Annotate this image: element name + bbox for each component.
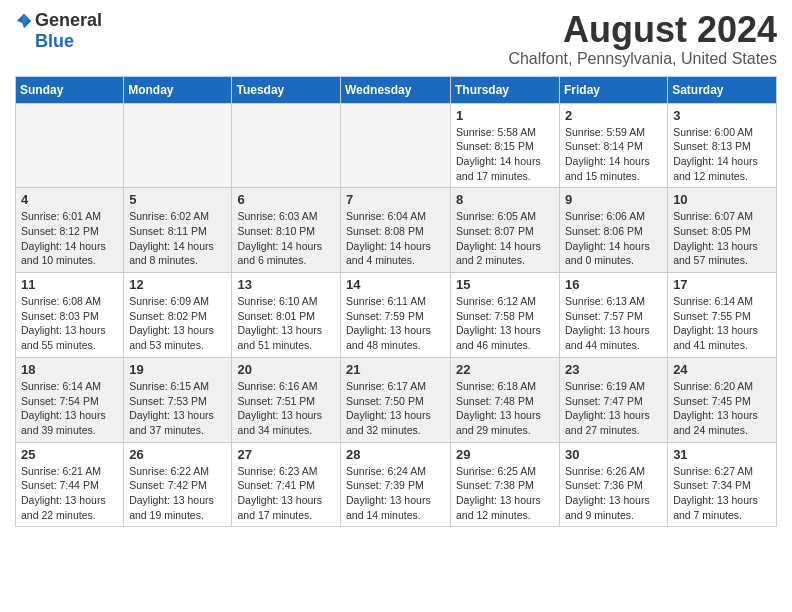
day-info: Sunrise: 5:58 AMSunset: 8:15 PMDaylight:… [456, 125, 554, 184]
day-cell: 28Sunrise: 6:24 AMSunset: 7:39 PMDayligh… [341, 442, 451, 527]
day-info: Sunrise: 6:21 AMSunset: 7:44 PMDaylight:… [21, 464, 118, 523]
day-number: 5 [129, 192, 226, 207]
day-info: Sunrise: 6:06 AMSunset: 8:06 PMDaylight:… [565, 209, 662, 268]
day-info: Sunrise: 6:03 AMSunset: 8:10 PMDaylight:… [237, 209, 335, 268]
day-number: 11 [21, 277, 118, 292]
day-cell: 20Sunrise: 6:16 AMSunset: 7:51 PMDayligh… [232, 357, 341, 442]
day-info: Sunrise: 6:14 AMSunset: 7:55 PMDaylight:… [673, 294, 771, 353]
day-info: Sunrise: 6:10 AMSunset: 8:01 PMDaylight:… [237, 294, 335, 353]
day-cell [16, 103, 124, 188]
logo: General Blue [15, 10, 102, 52]
day-number: 21 [346, 362, 445, 377]
day-number: 27 [237, 447, 335, 462]
day-number: 22 [456, 362, 554, 377]
day-cell: 8Sunrise: 6:05 AMSunset: 8:07 PMDaylight… [451, 188, 560, 273]
day-number: 3 [673, 108, 771, 123]
day-number: 7 [346, 192, 445, 207]
day-number: 31 [673, 447, 771, 462]
day-number: 13 [237, 277, 335, 292]
day-info: Sunrise: 6:09 AMSunset: 8:02 PMDaylight:… [129, 294, 226, 353]
day-cell: 13Sunrise: 6:10 AMSunset: 8:01 PMDayligh… [232, 273, 341, 358]
day-cell: 22Sunrise: 6:18 AMSunset: 7:48 PMDayligh… [451, 357, 560, 442]
day-cell: 24Sunrise: 6:20 AMSunset: 7:45 PMDayligh… [668, 357, 777, 442]
day-cell [232, 103, 341, 188]
day-cell: 31Sunrise: 6:27 AMSunset: 7:34 PMDayligh… [668, 442, 777, 527]
header-row: SundayMondayTuesdayWednesdayThursdayFrid… [16, 76, 777, 103]
calendar-header: SundayMondayTuesdayWednesdayThursdayFrid… [16, 76, 777, 103]
day-number: 14 [346, 277, 445, 292]
day-info: Sunrise: 6:11 AMSunset: 7:59 PMDaylight:… [346, 294, 445, 353]
day-cell: 1Sunrise: 5:58 AMSunset: 8:15 PMDaylight… [451, 103, 560, 188]
day-number: 30 [565, 447, 662, 462]
day-info: Sunrise: 6:17 AMSunset: 7:50 PMDaylight:… [346, 379, 445, 438]
week-row-3: 18Sunrise: 6:14 AMSunset: 7:54 PMDayligh… [16, 357, 777, 442]
day-cell: 15Sunrise: 6:12 AMSunset: 7:58 PMDayligh… [451, 273, 560, 358]
day-info: Sunrise: 6:15 AMSunset: 7:53 PMDaylight:… [129, 379, 226, 438]
day-info: Sunrise: 5:59 AMSunset: 8:14 PMDaylight:… [565, 125, 662, 184]
day-info: Sunrise: 6:25 AMSunset: 7:38 PMDaylight:… [456, 464, 554, 523]
day-cell: 6Sunrise: 6:03 AMSunset: 8:10 PMDaylight… [232, 188, 341, 273]
day-number: 8 [456, 192, 554, 207]
day-cell: 23Sunrise: 6:19 AMSunset: 7:47 PMDayligh… [560, 357, 668, 442]
day-info: Sunrise: 6:20 AMSunset: 7:45 PMDaylight:… [673, 379, 771, 438]
header-cell-thursday: Thursday [451, 76, 560, 103]
title-area: August 2024 Chalfont, Pennsylvania, Unit… [508, 10, 777, 68]
day-number: 2 [565, 108, 662, 123]
day-cell: 3Sunrise: 6:00 AMSunset: 8:13 PMDaylight… [668, 103, 777, 188]
day-number: 18 [21, 362, 118, 377]
day-cell: 2Sunrise: 5:59 AMSunset: 8:14 PMDaylight… [560, 103, 668, 188]
day-cell: 27Sunrise: 6:23 AMSunset: 7:41 PMDayligh… [232, 442, 341, 527]
header-cell-tuesday: Tuesday [232, 76, 341, 103]
day-cell [341, 103, 451, 188]
day-number: 23 [565, 362, 662, 377]
day-cell: 19Sunrise: 6:15 AMSunset: 7:53 PMDayligh… [124, 357, 232, 442]
day-number: 24 [673, 362, 771, 377]
day-info: Sunrise: 6:14 AMSunset: 7:54 PMDaylight:… [21, 379, 118, 438]
day-cell: 4Sunrise: 6:01 AMSunset: 8:12 PMDaylight… [16, 188, 124, 273]
day-cell: 11Sunrise: 6:08 AMSunset: 8:03 PMDayligh… [16, 273, 124, 358]
day-cell: 29Sunrise: 6:25 AMSunset: 7:38 PMDayligh… [451, 442, 560, 527]
header-cell-monday: Monday [124, 76, 232, 103]
day-cell: 12Sunrise: 6:09 AMSunset: 8:02 PMDayligh… [124, 273, 232, 358]
day-info: Sunrise: 6:01 AMSunset: 8:12 PMDaylight:… [21, 209, 118, 268]
day-info: Sunrise: 6:18 AMSunset: 7:48 PMDaylight:… [456, 379, 554, 438]
day-number: 17 [673, 277, 771, 292]
header-cell-sunday: Sunday [16, 76, 124, 103]
page-header: General Blue August 2024 Chalfont, Penns… [15, 10, 777, 68]
logo-blue: Blue [35, 31, 74, 52]
day-cell: 30Sunrise: 6:26 AMSunset: 7:36 PMDayligh… [560, 442, 668, 527]
day-cell: 10Sunrise: 6:07 AMSunset: 8:05 PMDayligh… [668, 188, 777, 273]
day-info: Sunrise: 6:07 AMSunset: 8:05 PMDaylight:… [673, 209, 771, 268]
day-number: 20 [237, 362, 335, 377]
day-number: 12 [129, 277, 226, 292]
day-number: 4 [21, 192, 118, 207]
day-cell: 21Sunrise: 6:17 AMSunset: 7:50 PMDayligh… [341, 357, 451, 442]
week-row-4: 25Sunrise: 6:21 AMSunset: 7:44 PMDayligh… [16, 442, 777, 527]
day-number: 29 [456, 447, 554, 462]
logo-general: General [35, 10, 102, 31]
day-cell: 18Sunrise: 6:14 AMSunset: 7:54 PMDayligh… [16, 357, 124, 442]
week-row-2: 11Sunrise: 6:08 AMSunset: 8:03 PMDayligh… [16, 273, 777, 358]
month-title: August 2024 [508, 10, 777, 50]
day-info: Sunrise: 6:24 AMSunset: 7:39 PMDaylight:… [346, 464, 445, 523]
week-row-1: 4Sunrise: 6:01 AMSunset: 8:12 PMDaylight… [16, 188, 777, 273]
calendar-table: SundayMondayTuesdayWednesdayThursdayFrid… [15, 76, 777, 528]
day-info: Sunrise: 6:00 AMSunset: 8:13 PMDaylight:… [673, 125, 771, 184]
day-cell: 9Sunrise: 6:06 AMSunset: 8:06 PMDaylight… [560, 188, 668, 273]
day-info: Sunrise: 6:27 AMSunset: 7:34 PMDaylight:… [673, 464, 771, 523]
logo-icon [15, 12, 33, 30]
day-cell: 16Sunrise: 6:13 AMSunset: 7:57 PMDayligh… [560, 273, 668, 358]
day-info: Sunrise: 6:02 AMSunset: 8:11 PMDaylight:… [129, 209, 226, 268]
day-number: 16 [565, 277, 662, 292]
day-info: Sunrise: 6:12 AMSunset: 7:58 PMDaylight:… [456, 294, 554, 353]
location-title: Chalfont, Pennsylvania, United States [508, 50, 777, 68]
day-cell: 17Sunrise: 6:14 AMSunset: 7:55 PMDayligh… [668, 273, 777, 358]
day-cell: 25Sunrise: 6:21 AMSunset: 7:44 PMDayligh… [16, 442, 124, 527]
day-cell: 26Sunrise: 6:22 AMSunset: 7:42 PMDayligh… [124, 442, 232, 527]
day-info: Sunrise: 6:13 AMSunset: 7:57 PMDaylight:… [565, 294, 662, 353]
day-cell: 7Sunrise: 6:04 AMSunset: 8:08 PMDaylight… [341, 188, 451, 273]
day-number: 15 [456, 277, 554, 292]
day-number: 9 [565, 192, 662, 207]
day-cell: 14Sunrise: 6:11 AMSunset: 7:59 PMDayligh… [341, 273, 451, 358]
day-number: 19 [129, 362, 226, 377]
